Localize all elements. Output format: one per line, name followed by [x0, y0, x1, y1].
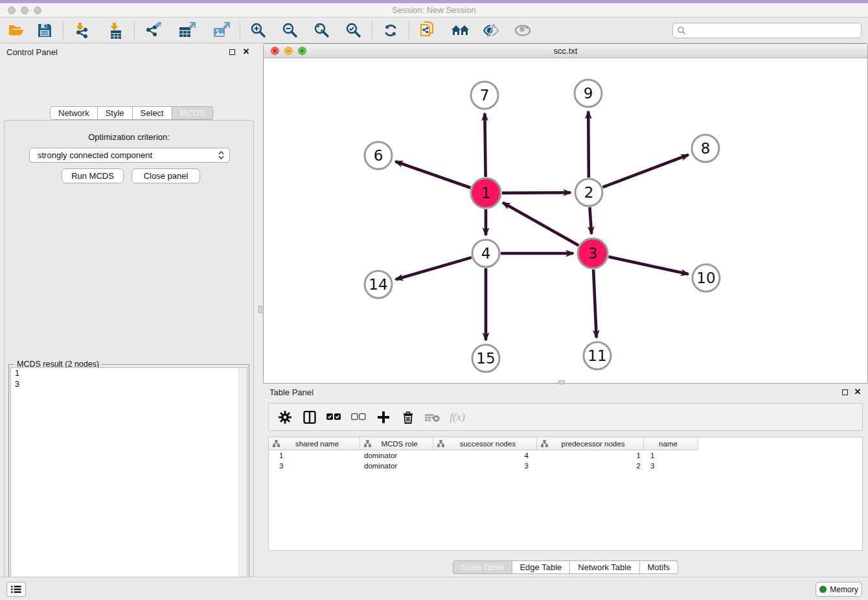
tab-mcds[interactable]: MCDS [172, 106, 213, 120]
network-window-titlebar[interactable]: × − + scc.txt [264, 44, 867, 58]
search-icon [677, 26, 686, 35]
open-folder-icon[interactable] [6, 21, 26, 40]
graph-edge-1-6[interactable] [395, 161, 470, 188]
graph-edge-3-11[interactable] [593, 270, 597, 338]
tab-motifs[interactable]: Motifs [639, 560, 678, 574]
graph-node-6[interactable]: 6 [365, 142, 392, 169]
vertical-splitter-grip[interactable] [258, 306, 262, 313]
tab-node-table[interactable]: Node Table [453, 560, 512, 574]
table-panel-title: Table Panel [269, 387, 314, 397]
select-all-icon[interactable] [326, 409, 343, 426]
result-scrollbar-track[interactable] [238, 368, 247, 600]
network-close-button[interactable]: × [271, 47, 279, 55]
task-history-button[interactable] [6, 582, 26, 597]
dropdown-chevrons-icon [218, 151, 224, 159]
graph-node-14[interactable]: 14 [365, 271, 392, 298]
table-row[interactable]: 3 dominator 3 2 3 [269, 461, 862, 471]
float-table-panel-icon[interactable] [841, 388, 849, 396]
graph-node-10[interactable]: 10 [692, 264, 720, 292]
float-panel-icon[interactable] [228, 48, 236, 56]
graph-edge-3-10[interactable] [608, 257, 688, 274]
graph-node-11[interactable]: 11 [584, 342, 611, 369]
graph-edge-3-1[interactable] [503, 203, 578, 246]
close-window-button[interactable] [8, 6, 16, 14]
zoom-in-icon[interactable] [249, 21, 268, 40]
svg-text:2: 2 [584, 184, 594, 201]
graph-edge-1-2[interactable] [502, 192, 571, 193]
svg-text:1: 1 [481, 185, 491, 202]
table-row[interactable]: 1 dominator 4 1 1 [269, 450, 862, 461]
list-icon [11, 585, 21, 594]
save-session-icon[interactable] [35, 21, 54, 40]
network-maximize-button[interactable]: + [298, 47, 306, 55]
memory-button[interactable]: Memory [816, 582, 862, 597]
toolbar-separator [409, 21, 409, 40]
graph-node-3[interactable]: 3 [578, 238, 608, 268]
tab-select[interactable]: Select [133, 106, 172, 120]
column-type-icon [273, 440, 280, 447]
column-selector-icon[interactable] [301, 409, 318, 426]
graph-edge-2-3[interactable] [589, 207, 591, 234]
zoom-window-button[interactable] [34, 6, 41, 14]
column-header-successor-nodes[interactable]: successor nodes [433, 437, 537, 450]
search-input[interactable] [689, 26, 861, 35]
optimization-criterion-dropdown[interactable]: strongly connected component [29, 148, 230, 163]
zoom-out-icon[interactable] [280, 21, 300, 40]
network-canvas[interactable]: 7968124314101511 [264, 58, 867, 383]
tab-network[interactable]: Network [50, 106, 98, 120]
graph-edge-1-7[interactable] [485, 113, 485, 177]
graph-node-9[interactable]: 9 [575, 80, 602, 107]
delete-column-icon[interactable] [400, 409, 417, 426]
horizontal-splitter-grip[interactable] [558, 380, 565, 384]
graph-node-7[interactable]: 7 [471, 82, 498, 109]
column-header-predecessor-nodes[interactable]: predecessor nodes [537, 437, 644, 450]
mcds-result-textarea[interactable]: 1 3 [10, 367, 247, 600]
tab-style[interactable]: Style [98, 106, 133, 120]
cell-predecessor-nodes: 1 [537, 452, 644, 459]
network-minimize-button[interactable]: − [284, 47, 293, 55]
hide-graphics-details-icon[interactable] [481, 21, 501, 40]
duplicate-network-icon[interactable] [418, 21, 437, 40]
show-all-networks-icon[interactable] [451, 21, 470, 40]
import-table-icon[interactable] [106, 21, 126, 40]
table-settings-gear-icon[interactable] [277, 409, 293, 426]
control-panel-tabs: Network Style Select MCDS [50, 106, 213, 120]
table-toolbar: f(x) [268, 403, 863, 431]
export-table-icon[interactable] [177, 21, 197, 40]
function-builder-icon-disabled: f(x) [449, 409, 466, 426]
graph-edge-4-14[interactable] [396, 257, 472, 279]
graph-edge-2-8[interactable] [603, 155, 689, 187]
export-network-icon[interactable] [143, 21, 163, 40]
graph-node-1[interactable]: 1 [471, 178, 501, 208]
add-column-icon[interactable] [375, 409, 392, 426]
column-header-mcds-role[interactable]: MCDS role [360, 437, 433, 450]
import-network-icon[interactable] [72, 21, 91, 40]
column-header-name[interactable]: name [644, 437, 698, 450]
minimize-window-button[interactable] [21, 6, 29, 14]
zoom-selected-icon[interactable] [344, 21, 363, 40]
svg-text:7: 7 [480, 87, 490, 104]
delete-table-icon-disabled [424, 409, 441, 426]
tab-network-table[interactable]: Network Table [570, 560, 639, 574]
graph-node-2[interactable]: 2 [575, 179, 602, 206]
control-panel-title: Control Panel [6, 47, 58, 57]
mcds-result-groupbox: MCDS result (2 nodes) 1 3 [8, 364, 249, 600]
graph-node-4[interactable]: 4 [472, 240, 499, 267]
graph-node-15[interactable]: 15 [472, 345, 499, 372]
close-panel-icon[interactable]: ✕ [242, 48, 250, 56]
svg-text:15: 15 [476, 350, 495, 367]
graph-node-8[interactable]: 8 [692, 135, 719, 162]
export-image-icon[interactable] [212, 21, 231, 40]
graph-edge-2-9[interactable] [588, 111, 589, 178]
unselect-all-icon[interactable] [350, 409, 367, 426]
close-panel-button[interactable]: Close panel [131, 168, 200, 183]
run-mcds-button[interactable]: Run MCDS [62, 168, 124, 183]
cell-mcds-role: dominator [360, 462, 433, 470]
column-header-shared-name[interactable]: shared name [269, 437, 360, 450]
zoom-fit-icon[interactable] [312, 21, 332, 40]
refresh-icon[interactable] [381, 21, 400, 40]
table-header-row: shared name MCDS role successor nodes pr… [269, 437, 698, 450]
search-box[interactable] [672, 23, 862, 38]
close-table-panel-icon[interactable]: ✕ [854, 388, 862, 396]
tab-edge-table[interactable]: Edge Table [512, 560, 570, 574]
